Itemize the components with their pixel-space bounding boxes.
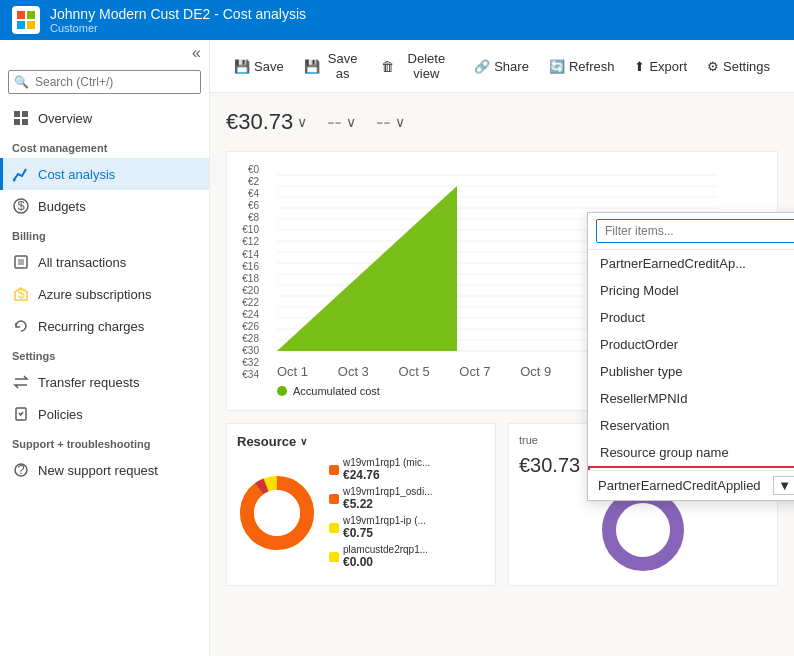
y-label-24: €24	[242, 309, 259, 320]
refresh-button[interactable]: 🔄 Refresh	[541, 54, 623, 79]
dropdown-footer: PartnerEarnedCreditApplied ▼	[588, 470, 794, 500]
dropdown-item-pricing-model[interactable]: Pricing Model	[588, 277, 794, 304]
resource-chart-title: Resource ∨	[237, 434, 485, 449]
subscription-icon: $	[12, 285, 30, 303]
export-icon: ⬆	[634, 59, 645, 74]
summary-item-3: -- ∨	[376, 109, 405, 135]
dropdown-item-product-label: Product	[600, 310, 645, 325]
sidebar-section-settings: Settings	[0, 342, 209, 366]
donut-legend-1: w19vm1rqp1 (mic... €24.76 w19vm1rqp1_osd…	[329, 457, 433, 569]
dropdown-item-publisher-type[interactable]: Publisher type	[588, 358, 794, 385]
summary-dropdown-1[interactable]: ∨	[297, 114, 307, 130]
donut-color-2	[329, 494, 339, 504]
dropdown-filter-input[interactable]	[596, 219, 794, 243]
export-label: Export	[649, 59, 687, 74]
x-label-oct5: Oct 5	[399, 364, 430, 379]
y-label-18: €18	[242, 273, 259, 284]
svg-text:$: $	[17, 198, 25, 213]
content-area: 💾 Save 💾 Save as 🗑 Delete view 🔗 Share 🔄	[210, 40, 794, 656]
summary-item-1: €30.73 ∨	[226, 109, 307, 135]
summary-value-1: €30.73	[226, 109, 293, 135]
donut-val-1: €24.76	[343, 468, 430, 482]
top-bar: Johnny Modern Cust DE2 - Cost analysis C…	[0, 0, 794, 40]
grid-icon	[12, 109, 30, 127]
dropdown-item-resource-group-label: Resource group name	[600, 445, 729, 460]
dropdown-overlay: PartnerEarnedCreditAp... Pricing Model P…	[587, 212, 794, 501]
donut-name-2: w19vm1rqp1_osdi...	[343, 486, 433, 497]
donut-val-2: €5.22	[343, 497, 433, 511]
donut-row: w19vm1rqp1 (mic... €24.76 w19vm1rqp1_osd…	[237, 457, 485, 569]
refresh-label: Refresh	[569, 59, 615, 74]
y-label-28: €28	[242, 333, 259, 344]
y-label-16: €16	[242, 261, 259, 272]
y-label-22: €22	[242, 297, 259, 308]
dropdown-item-reseller-mpn[interactable]: ResellerMPNId	[588, 385, 794, 412]
export-button[interactable]: ⬆ Export	[626, 54, 695, 79]
svg-rect-6	[14, 119, 20, 125]
donut-chart-1	[237, 473, 317, 553]
summary-dropdown-3[interactable]: ∨	[395, 114, 405, 130]
sidebar-item-new-support-label: New support request	[38, 463, 158, 478]
x-label-oct1: Oct 1	[277, 364, 308, 379]
main-chart: €34 €32 €30 €28 €26 €24 €22 €20 €18 €16 …	[226, 151, 778, 411]
sidebar-section-cost-management: Cost management	[0, 134, 209, 158]
svg-text:?: ?	[17, 462, 24, 477]
donut-name-3: w19vm1rqp1-ip (...	[343, 515, 426, 526]
y-label-14: €14	[242, 249, 259, 260]
sidebar-section-billing: Billing	[0, 222, 209, 246]
delete-view-button[interactable]: 🗑 Delete view	[373, 46, 462, 86]
toolbar: 💾 Save 💾 Save as 🗑 Delete view 🔗 Share 🔄	[210, 40, 794, 93]
save-button[interactable]: 💾 Save	[226, 54, 292, 79]
chart-y-axis: €34 €32 €30 €28 €26 €24 €22 €20 €18 €16 …	[227, 164, 263, 380]
sidebar-item-azure-subscriptions[interactable]: $ Azure subscriptions	[0, 278, 209, 310]
dropdown-list: PartnerEarnedCreditAp... Pricing Model P…	[588, 250, 794, 470]
sidebar-item-all-transactions-label: All transactions	[38, 255, 126, 270]
dropdown-item-partner-earned[interactable]: PartnerEarnedCreditAp...	[588, 250, 794, 277]
sidebar-item-cost-analysis-label: Cost analysis	[38, 167, 115, 182]
dropdown-item-product[interactable]: Product	[588, 304, 794, 331]
summary-row: €30.73 ∨ -- ∨ -- ∨	[226, 105, 778, 139]
dropdown-item-reservation[interactable]: Reservation	[588, 412, 794, 439]
resource-chart-dropdown-icon[interactable]: ∨	[300, 436, 307, 447]
save-label: Save	[254, 59, 284, 74]
summary-dropdown-2[interactable]: ∨	[346, 114, 356, 130]
sidebar-item-all-transactions[interactable]: All transactions	[0, 246, 209, 278]
svg-rect-2	[17, 21, 25, 29]
donut-name-4: plamcustde2rqp1...	[343, 544, 428, 555]
sidebar-item-overview[interactable]: Overview	[0, 102, 209, 134]
dropdown-item-resource-group[interactable]: Resource group name	[588, 439, 794, 466]
y-label-26: €26	[242, 321, 259, 332]
dropdown-footer-btn[interactable]: ▼	[773, 476, 794, 495]
sidebar-search-input[interactable]	[8, 70, 201, 94]
dropdown-item-pricing-model-label: Pricing Model	[600, 283, 679, 298]
sidebar-item-policies-label: Policies	[38, 407, 83, 422]
svg-rect-3	[27, 21, 35, 29]
sidebar-item-new-support[interactable]: ? New support request	[0, 454, 209, 486]
y-label-32: €32	[242, 357, 259, 368]
svg-point-43	[617, 504, 669, 556]
donut-legend-item-1: w19vm1rqp1 (mic... €24.76	[329, 457, 433, 482]
donut-color-1	[329, 465, 339, 475]
sidebar-item-cost-analysis[interactable]: Cost analysis	[0, 158, 209, 190]
save-as-label: Save as	[324, 51, 362, 81]
y-label-6: €6	[248, 200, 259, 211]
refresh-icon: 🔄	[549, 59, 565, 74]
sidebar-item-policies[interactable]: Policies	[0, 398, 209, 430]
donut-val-3: €0.75	[343, 526, 426, 540]
dropdown-item-product-order[interactable]: ProductOrder	[588, 331, 794, 358]
sidebar-collapse-button[interactable]: «	[192, 44, 201, 62]
sidebar-item-transfer-requests[interactable]: Transfer requests	[0, 366, 209, 398]
sidebar-item-azure-subscriptions-label: Azure subscriptions	[38, 287, 151, 302]
sidebar-item-recurring-charges[interactable]: Recurring charges	[0, 310, 209, 342]
settings-label: Settings	[723, 59, 770, 74]
save-icon: 💾	[234, 59, 250, 74]
y-label-8: €8	[248, 212, 259, 223]
settings-button[interactable]: ⚙ Settings	[699, 54, 778, 79]
transfer-icon	[12, 373, 30, 391]
sidebar-item-budgets[interactable]: $ Budgets	[0, 190, 209, 222]
save-as-button[interactable]: 💾 Save as	[296, 46, 370, 86]
policy-icon	[12, 405, 30, 423]
chart-section: €30.73 ∨ -- ∨ -- ∨ €34	[210, 93, 794, 656]
share-button[interactable]: 🔗 Share	[466, 54, 537, 79]
y-label-34: €34	[242, 369, 259, 380]
